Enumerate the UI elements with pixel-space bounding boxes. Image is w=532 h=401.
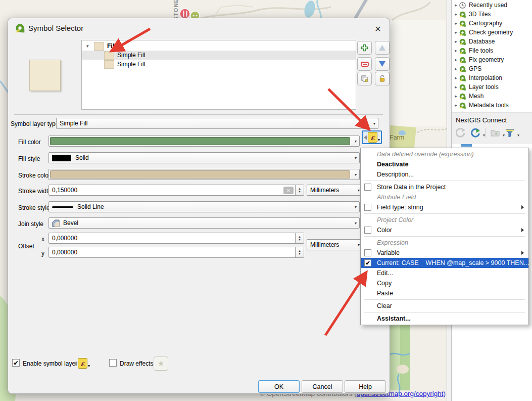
expand-arrow-icon[interactable]: ▸ bbox=[453, 103, 459, 108]
dropdown-arrow-icon: ▾ bbox=[355, 172, 357, 177]
qgis-logo-icon bbox=[459, 38, 466, 46]
add-symbol-layer-button[interactable] bbox=[357, 41, 372, 55]
duplicate-icon bbox=[361, 75, 368, 82]
menu-item-store-data-in-project[interactable]: Store Data in the Project bbox=[361, 182, 528, 192]
symbol-layer-tree: ▾ Fill Simple Fill Simple Fill bbox=[81, 40, 356, 110]
menu-item-assistant[interactable]: Assistant... bbox=[361, 314, 528, 324]
draw-effects-checkbox[interactable] bbox=[109, 359, 117, 367]
offset-x-input[interactable]: 0,000000 ▲ ▼ bbox=[49, 233, 304, 244]
toolbox-item-mesh[interactable]: ▸ Mesh bbox=[452, 92, 532, 101]
expand-arrow-icon[interactable]: ▸ bbox=[453, 48, 459, 53]
toolbox-item-recently-used[interactable]: ▸ Recently used bbox=[452, 1, 532, 10]
expand-arrow-icon[interactable]: ▸ bbox=[453, 94, 459, 99]
spin-down-icon[interactable]: ▼ bbox=[298, 252, 301, 255]
toolbox-item-layer-tools[interactable]: ▸ Layer tools bbox=[452, 82, 532, 92]
toolbox-item-gps[interactable]: ▸ GPS bbox=[452, 64, 532, 73]
menu-item-deactivate[interactable]: Deactivate bbox=[361, 159, 528, 169]
menu-item-copy[interactable]: Copy bbox=[361, 278, 528, 288]
menu-item-clear[interactable]: Clear bbox=[361, 301, 528, 311]
collapse-arrow-icon[interactable]: ▾ bbox=[86, 43, 89, 49]
selected-value: Millimeters bbox=[310, 187, 339, 194]
nextgis-filter-button[interactable]: ▾ bbox=[503, 126, 516, 140]
checkbox-unchecked[interactable] bbox=[364, 184, 371, 191]
fill-style-select[interactable]: Solid ▾ bbox=[49, 152, 360, 163]
ok-button[interactable]: OK bbox=[258, 380, 300, 393]
enable-layer-data-defined-button[interactable]: ε ▾ bbox=[74, 358, 90, 369]
menu-item-field-type[interactable]: Field type: string bbox=[361, 202, 528, 212]
menu-item-paste[interactable]: Paste bbox=[361, 288, 528, 298]
expand-arrow-icon[interactable]: ▸ bbox=[453, 75, 459, 80]
duplicate-layer-button[interactable] bbox=[357, 72, 372, 85]
tree-item-simple-fill[interactable]: Simple Fill bbox=[82, 60, 356, 69]
override-tag-icon bbox=[74, 361, 77, 366]
stroke-style-select[interactable]: Solid Line ▾ bbox=[49, 201, 360, 212]
enable-symbol-layer-checkbox[interactable]: ✔ bbox=[12, 359, 20, 367]
toolbox-item-file-tools[interactable]: ▸ File tools bbox=[452, 46, 532, 55]
symbol-layer-type-select[interactable]: Simple Fill ▾ bbox=[56, 118, 378, 129]
tree-item-fill[interactable]: ▾ Fill bbox=[82, 41, 356, 51]
dropdown-arrow-icon: ▾ bbox=[88, 364, 90, 368]
expand-arrow-icon[interactable]: ▸ bbox=[453, 39, 459, 44]
nextgis-panel-title: NextGIS Connect bbox=[456, 116, 507, 124]
checkbox-unchecked[interactable] bbox=[364, 249, 371, 256]
stroke-width-stepper[interactable]: ▲ ▼ bbox=[295, 185, 304, 195]
cancel-button[interactable]: Cancel bbox=[302, 380, 343, 393]
effects-customize-button[interactable]: ★ bbox=[154, 357, 168, 371]
lock-color-button[interactable] bbox=[375, 72, 390, 85]
remove-symbol-layer-button[interactable] bbox=[357, 57, 372, 71]
toolbox-item-check-geometry[interactable]: ▸ Check geometry bbox=[452, 28, 532, 37]
menu-separator bbox=[364, 299, 525, 300]
expand-arrow-icon[interactable]: ▸ bbox=[453, 12, 459, 17]
offset-y-stepper[interactable]: ▲ ▼ bbox=[295, 247, 304, 257]
toolbox-item-metadata-tools[interactable]: ▸ Metadata tools bbox=[452, 101, 532, 110]
toolbox-item-3d-tiles[interactable]: ▸ 3D Tiles bbox=[452, 10, 532, 19]
close-icon[interactable]: ✕ bbox=[373, 24, 383, 34]
map-empty-area bbox=[388, 20, 446, 126]
tree-item-label: Simple Fill bbox=[117, 61, 145, 68]
move-down-button[interactable] bbox=[375, 57, 390, 71]
move-up-button[interactable] bbox=[375, 41, 390, 55]
fill-color-data-defined-override-button[interactable]: ε ▾ bbox=[362, 130, 382, 144]
nextgis-open-web-button[interactable] bbox=[454, 126, 467, 140]
help-button[interactable]: Help bbox=[345, 380, 386, 393]
menu-item-edit[interactable]: Edit... bbox=[361, 268, 528, 278]
expand-arrow-icon[interactable]: ▸ bbox=[453, 21, 459, 26]
expand-arrow-icon[interactable]: ▸ bbox=[453, 30, 459, 35]
offset-unit-select[interactable]: Millimeters ▾ bbox=[307, 239, 363, 250]
checkbox-unchecked[interactable] bbox=[364, 227, 371, 234]
stroke-color-button[interactable]: ▾ bbox=[49, 169, 360, 180]
fill-color-button[interactable]: ▾ bbox=[49, 136, 360, 147]
toolbox-item-interpolation[interactable]: ▸ Interpolation bbox=[452, 73, 532, 82]
unlock-icon bbox=[378, 75, 386, 82]
toolbox-item-cartography[interactable]: ▸ Cartography bbox=[452, 19, 532, 28]
stroke-width-input[interactable]: 0,150000 ✕ ▲ ▼ bbox=[49, 185, 304, 196]
nextgis-sync-button[interactable]: ▾ bbox=[469, 126, 482, 140]
toolbox-item-label: File tools bbox=[469, 47, 493, 54]
dropdown-arrow-icon: ▾ bbox=[355, 156, 357, 160]
join-style-select[interactable]: Bevel ▾ bbox=[49, 217, 360, 229]
nextgis-add-folder-button[interactable]: ▾ bbox=[489, 126, 502, 140]
toolbox-item-label: Metadata tools bbox=[469, 102, 509, 109]
tree-item-simple-fill-selected[interactable]: Simple Fill bbox=[82, 51, 356, 60]
qgis-logo-icon bbox=[459, 56, 466, 64]
toolbox-item-database[interactable]: ▸ Database bbox=[452, 37, 532, 46]
toolbox-item-fix-geometry[interactable]: ▸ Fix geometry bbox=[452, 55, 532, 64]
checkbox-checked[interactable]: ✔ bbox=[364, 259, 371, 266]
offset-y-input[interactable]: 0,000000 ▲ ▼ bbox=[49, 247, 304, 258]
expand-arrow-icon[interactable]: ▸ bbox=[453, 3, 459, 8]
expand-arrow-icon[interactable]: ▸ bbox=[453, 57, 459, 62]
spin-down-icon[interactable]: ▼ bbox=[298, 190, 301, 193]
clear-value-icon[interactable]: ✕ bbox=[283, 187, 294, 194]
menu-item-description[interactable]: Description... bbox=[361, 169, 528, 180]
menu-item-color[interactable]: Color bbox=[361, 225, 528, 235]
spin-down-icon[interactable]: ▼ bbox=[298, 238, 301, 241]
offset-x-stepper[interactable]: ▲ ▼ bbox=[295, 233, 304, 243]
expand-arrow-icon[interactable]: ▸ bbox=[453, 84, 459, 90]
checkbox-unchecked[interactable] bbox=[364, 204, 371, 211]
toolbox-item-label: Fix geometry bbox=[469, 56, 504, 63]
menu-item-variable[interactable]: Variable bbox=[361, 248, 528, 258]
expand-arrow-icon[interactable]: ▸ bbox=[453, 66, 459, 71]
restaurant-marker[interactable] bbox=[180, 9, 190, 19]
menu-item-current-expression[interactable]: ✔ Current: CASE WHEN @map_scale > 9000 T… bbox=[361, 258, 528, 268]
stroke-width-unit-select[interactable]: Millimeters ▾ bbox=[307, 185, 363, 196]
